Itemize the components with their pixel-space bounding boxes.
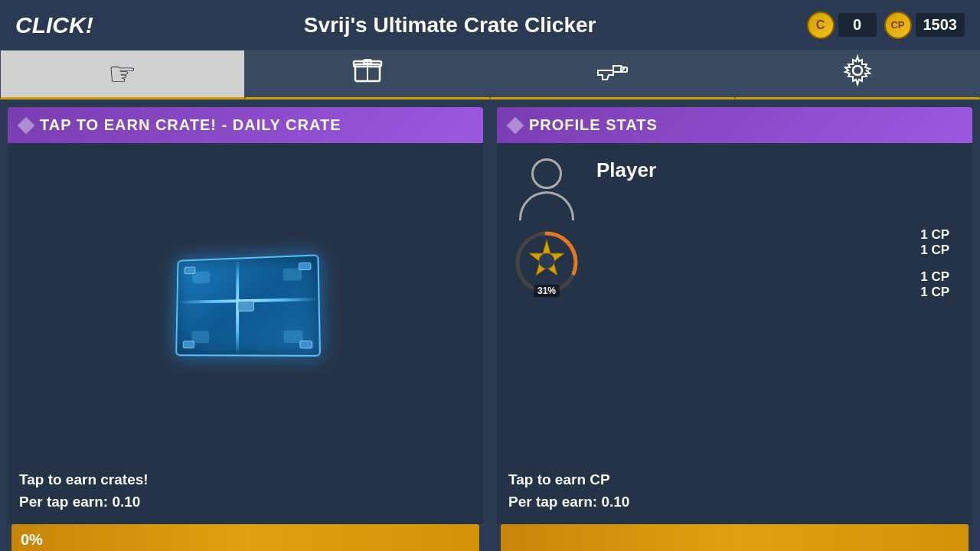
right-panel-info: Tap to earn CP Per tap earn: 0.10 [505, 465, 965, 517]
avatar [519, 158, 574, 220]
right-panel-body: 31% Player 1 CP 1 CP 1 CP [497, 143, 972, 524]
crate-info-line2: Per tap earn: 0.10 [19, 491, 472, 514]
svg-point-9 [539, 253, 554, 269]
crate-value: 0 [838, 13, 877, 37]
settings-icon [841, 54, 874, 94]
player-info: Player [596, 158, 656, 182]
right-panel-title: PROFILE STATS [529, 116, 658, 134]
left-progress-label: 0% [21, 531, 43, 549]
gun-icon [592, 54, 633, 94]
left-panel-body[interactable]: Tap to earn crates! Per tap earn: 0.10 [8, 143, 483, 524]
diamond-icon-right [507, 116, 524, 134]
diamond-icon [18, 116, 35, 134]
right-progress-bar [501, 524, 969, 551]
avatar-section: 31% [512, 158, 581, 297]
player-name: Player [596, 158, 656, 182]
left-panel-header[interactable]: TAP TO EARN CRATE! - DAILY CRATE [8, 107, 483, 143]
click-label: CLICK! [15, 12, 93, 38]
cp-info-line1: Tap to earn CP [508, 469, 961, 491]
right-panel-header[interactable]: PROFILE STATS [497, 107, 972, 143]
rank-percent: 31% [534, 285, 560, 297]
cp-reward-2: 1 CP 1 CP [920, 269, 949, 301]
profile-area: 31% Player 1 CP 1 CP 1 CP [505, 151, 965, 305]
cp-currency: CP 1503 [884, 11, 965, 39]
crate-coin-icon: C [807, 11, 835, 39]
tab-gun[interactable] [490, 50, 735, 99]
svg-point-5 [853, 66, 862, 75]
cp-info-line2: Per tap earn: 0.10 [508, 491, 961, 514]
tab-crate[interactable] [245, 50, 490, 99]
cp-rewards: 1 CP 1 CP 1 CP 1 CP [920, 227, 949, 301]
hand-icon: ☞ [108, 55, 137, 93]
avatar-body [519, 191, 574, 220]
crate-box[interactable] [175, 254, 321, 357]
cp-value: 1503 [916, 13, 965, 37]
avatar-head [531, 158, 562, 189]
right-panel: PROFILE STATS [497, 107, 972, 551]
crate-info-line1: Tap to earn crates! [19, 469, 472, 491]
left-panel: TAP TO EARN CRATE! - DAILY CRATE [8, 107, 483, 551]
crate-currency: C 0 [807, 11, 877, 39]
currency-display: C 0 CP 1503 [807, 11, 965, 39]
header: CLICK! Svrij's Ultimate Crate Clicker C … [0, 0, 980, 50]
left-progress-bar: 0% [11, 524, 479, 551]
tab-click[interactable]: ☞ [0, 50, 245, 99]
cp-reward-1: 1 CP 1 CP [920, 227, 949, 259]
left-panel-title: TAP TO EARN CRATE! - DAILY CRATE [40, 116, 341, 134]
tab-settings[interactable] [735, 50, 980, 99]
rank-badge: 31% [512, 228, 581, 297]
main-content: TAP TO EARN CRATE! - DAILY CRATE [0, 103, 980, 551]
left-panel-info: Tap to earn crates! Per tap earn: 0.10 [15, 461, 475, 517]
cp-coin-icon: CP [884, 11, 912, 39]
nav-tabs: ☞ [0, 50, 980, 99]
game-title: Svrij's Ultimate Crate Clicker [304, 13, 596, 37]
crate-icon [351, 54, 384, 94]
crate-display[interactable] [15, 151, 475, 461]
